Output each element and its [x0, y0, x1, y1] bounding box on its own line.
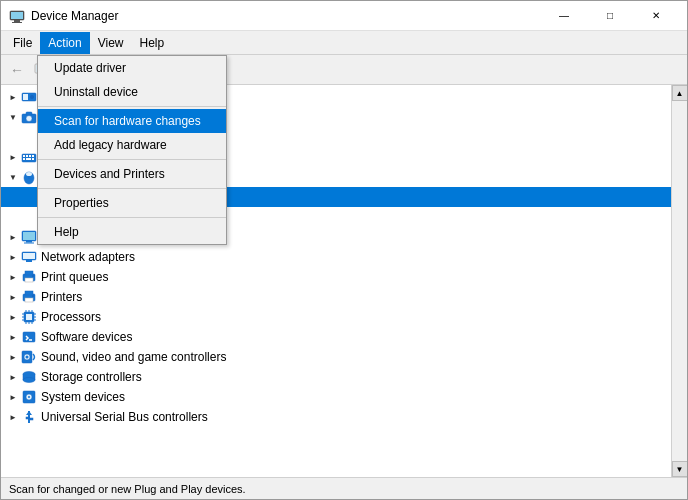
- svg-rect-3: [12, 22, 22, 23]
- svg-rect-33: [23, 232, 35, 240]
- svg-rect-41: [25, 278, 33, 282]
- tree-item-processors[interactable]: ►Processors: [1, 307, 671, 327]
- menu-help[interactable]: Help: [132, 32, 173, 54]
- menu-help-item[interactable]: Help: [38, 220, 226, 244]
- svg-rect-20: [29, 155, 31, 157]
- tree-expander-ide[interactable]: ►: [5, 89, 21, 105]
- tree-label-usb: Universal Serial Bus controllers: [41, 410, 208, 424]
- scroll-track[interactable]: [672, 101, 688, 461]
- svg-rect-9: [23, 94, 28, 100]
- tree-item-usb[interactable]: ►Universal Serial Bus controllers: [1, 407, 671, 427]
- menu-properties[interactable]: Properties: [38, 191, 226, 215]
- menu-file[interactable]: File: [5, 32, 40, 54]
- tree-expander-sound[interactable]: ►: [5, 349, 21, 365]
- device-manager-window: Device Manager — □ ✕ File Action View He…: [0, 0, 688, 500]
- svg-rect-18: [23, 155, 25, 157]
- svg-rect-44: [25, 291, 33, 295]
- tree-item-network[interactable]: ►Network adapters: [1, 247, 671, 267]
- app-icon: [9, 8, 25, 24]
- tree-expander-printqueues[interactable]: ►: [5, 269, 21, 285]
- tree-label-processors: Processors: [41, 310, 101, 324]
- svg-rect-22: [23, 158, 25, 160]
- svg-rect-38: [26, 260, 32, 262]
- minimize-button[interactable]: —: [541, 1, 587, 31]
- menu-view[interactable]: View: [90, 32, 132, 54]
- tree-expander-storage[interactable]: ►: [5, 369, 21, 385]
- close-button[interactable]: ✕: [633, 1, 679, 31]
- tree-expander-processors[interactable]: ►: [5, 309, 21, 325]
- svg-point-65: [26, 356, 29, 359]
- tree-icon-ide: [21, 89, 37, 105]
- menu-add-legacy[interactable]: Add legacy hardware: [38, 133, 226, 157]
- status-bar: Scan for changed or new Plug and Play de…: [1, 477, 687, 499]
- tree-item-printers[interactable]: ►Printers: [1, 287, 671, 307]
- tree-expander-monitors[interactable]: ►: [5, 229, 21, 245]
- tree-icon-sound: [21, 349, 37, 365]
- separator-3: [38, 188, 226, 189]
- svg-rect-19: [26, 155, 28, 157]
- svg-rect-24: [32, 158, 34, 160]
- tree-icon-printers: [21, 289, 37, 305]
- action-dropdown-menu: Update driver Uninstall device Scan for …: [37, 55, 227, 245]
- tree-icon-keyboards: [21, 149, 37, 165]
- svg-point-27: [26, 172, 32, 176]
- tree-expander-software[interactable]: ►: [5, 329, 21, 345]
- svg-point-73: [28, 396, 30, 398]
- tree-item-sound[interactable]: ►Sound, video and game controllers: [1, 347, 671, 367]
- scroll-up-button[interactable]: ▲: [672, 85, 688, 101]
- separator-2: [38, 159, 226, 160]
- tree-item-system[interactable]: ►System devices: [1, 387, 671, 407]
- tree-expander-system[interactable]: ►: [5, 389, 21, 405]
- tree-label-system: System devices: [41, 390, 125, 404]
- tree-item-printqueues[interactable]: ►Print queues: [1, 267, 671, 287]
- tree-label-sound: Sound, video and game controllers: [41, 350, 226, 364]
- menu-bar: File Action View Help Update driver Unin…: [1, 31, 687, 55]
- maximize-button[interactable]: □: [587, 1, 633, 31]
- menu-uninstall-device[interactable]: Uninstall device: [38, 80, 226, 104]
- tree-expander-network[interactable]: ►: [5, 249, 21, 265]
- tree-icon-software: [21, 329, 37, 345]
- svg-rect-77: [30, 418, 33, 420]
- svg-rect-23: [26, 158, 31, 160]
- menu-update-driver[interactable]: Update driver: [38, 56, 226, 80]
- tree-label-software: Software devices: [41, 330, 132, 344]
- svg-rect-37: [23, 253, 35, 259]
- svg-rect-40: [25, 271, 33, 275]
- tree-icon-usb: [21, 409, 37, 425]
- tree-expander-mice[interactable]: ▼: [5, 169, 21, 185]
- svg-rect-35: [24, 243, 34, 244]
- window-controls: — □ ✕: [541, 1, 679, 31]
- svg-rect-34: [26, 241, 32, 243]
- menu-devices-printers[interactable]: Devices and Printers: [38, 162, 226, 186]
- tree-label-printqueues: Print queues: [41, 270, 108, 284]
- tree-label-storage: Storage controllers: [41, 370, 142, 384]
- tree-icon-processors: [21, 309, 37, 325]
- tree-expander-keyboards[interactable]: ►: [5, 149, 21, 165]
- tree-expander-imaging[interactable]: ▼: [5, 109, 21, 125]
- scroll-down-button[interactable]: ▼: [672, 461, 688, 477]
- vertical-scrollbar[interactable]: ▲ ▼: [671, 85, 687, 477]
- svg-rect-76: [26, 417, 29, 419]
- menu-action[interactable]: Action: [40, 32, 89, 54]
- svg-point-46: [32, 295, 34, 297]
- window-title: Device Manager: [31, 9, 541, 23]
- tree-expander-usb[interactable]: ►: [5, 409, 21, 425]
- tree-expander-printers[interactable]: ►: [5, 289, 21, 305]
- tree-icon-mice: [21, 169, 37, 185]
- tree-label-printers: Printers: [41, 290, 82, 304]
- svg-rect-45: [25, 298, 33, 302]
- svg-marker-75: [26, 411, 32, 415]
- title-bar: Device Manager — □ ✕: [1, 1, 687, 31]
- svg-point-12: [26, 116, 32, 122]
- menu-scan-hardware[interactable]: Scan for hardware changes: [38, 109, 226, 133]
- separator-4: [38, 217, 226, 218]
- svg-rect-2: [14, 20, 20, 22]
- tree-icon-system: [21, 389, 37, 405]
- svg-rect-21: [32, 155, 34, 157]
- tree-item-storage[interactable]: ►Storage controllers: [1, 367, 671, 387]
- toolbar-back-button[interactable]: ←: [5, 58, 29, 82]
- tree-item-software[interactable]: ►Software devices: [1, 327, 671, 347]
- separator-1: [38, 106, 226, 107]
- tree-icon-monitors: [21, 229, 37, 245]
- tree-icon-network: [21, 249, 37, 265]
